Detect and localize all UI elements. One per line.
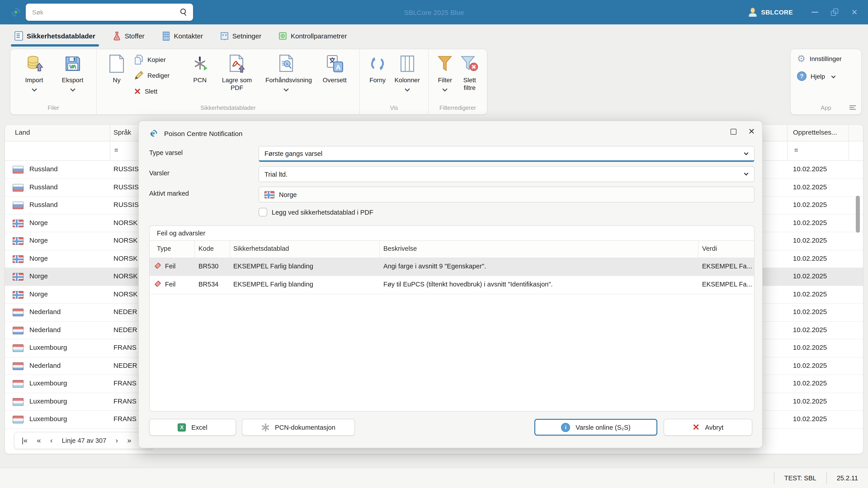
restore-button[interactable] [825, 0, 844, 24]
aktivt-marked-field[interactable]: Norge [258, 187, 754, 202]
tab-stoffer[interactable]: Stoffer [108, 24, 149, 47]
error-row[interactable]: Feil BR534 EKSEMPEL Farlig blanding Føy … [150, 276, 754, 294]
russia-flag-icon [13, 184, 24, 191]
ribbon-group-label: Filterredigerer [429, 104, 487, 111]
close-button[interactable]: ✕ [844, 0, 864, 24]
excel-button[interactable]: X Excel [149, 419, 236, 435]
help-icon: ? [797, 71, 807, 81]
pcn-dialog: Poison Centre Notification ✕ Type varsel… [138, 121, 763, 448]
slett-button[interactable]: ✕ Slett [134, 85, 182, 98]
varsler-dropdown[interactable]: Trial ltd. [258, 166, 754, 182]
minimize-button[interactable] [805, 0, 825, 24]
database-import-icon [25, 55, 43, 73]
excel-icon: X [178, 423, 186, 431]
column-header-land[interactable]: Land [15, 128, 30, 136]
norway-flag-icon [13, 219, 24, 227]
column-header-kode[interactable]: Kode [198, 245, 214, 252]
kolonner-button[interactable]: Kolonner [391, 52, 424, 91]
tab-label: Kontrollparametrer [291, 32, 347, 39]
field-label: Varsler [149, 169, 169, 177]
filter-operator-icon[interactable]: = [114, 146, 118, 154]
lagre-som-pdf-button[interactable]: Lagre som PDF [216, 52, 258, 92]
forny-button[interactable]: Forny [364, 52, 391, 84]
chevron-down-icon [405, 87, 410, 92]
russia-flag-icon [13, 166, 24, 173]
column-header-opprettelses[interactable]: Opprettelses... [793, 128, 837, 136]
main-tabbar: Sikkerhetsdatablader Stoffer Kontakter [0, 24, 868, 47]
checkbox-label: Legg ved sikkerhetsdatablad i PDF [272, 208, 373, 216]
vertical-scrollbar[interactable] [856, 196, 860, 233]
slett-filtre-button[interactable]: Slett filtre [457, 52, 483, 92]
preview-icon [278, 54, 294, 73]
pcn-star-icon [261, 423, 270, 431]
luxembourg-flag-icon [13, 398, 24, 405]
field-label: Aktivt marked [149, 190, 189, 197]
eksport-button[interactable]: Eksport [53, 52, 92, 91]
dialog-maximize-button[interactable] [731, 129, 737, 134]
translate-icon: A [326, 55, 344, 73]
column-header-verdi[interactable]: Verdi [702, 245, 717, 252]
pcn-button[interactable]: PCN [184, 52, 216, 84]
building-icon [162, 31, 170, 40]
ribbon-group-label: Sikkerhetsdatablader [97, 104, 360, 111]
sblcore-logo-icon [149, 128, 159, 138]
ribbon: Import [0, 47, 868, 118]
search-box [26, 4, 193, 21]
norway-flag-icon [13, 255, 24, 263]
rediger-button[interactable]: Rediger [134, 69, 182, 82]
ribbon-group-label: Filer [10, 104, 96, 111]
user-avatar-icon [748, 8, 757, 17]
pcn-dokumentasjon-button[interactable]: PCN-dokumentasjon [242, 419, 355, 435]
tab-label: Kontakter [174, 32, 203, 39]
first-page-button[interactable]: |« [22, 436, 28, 445]
avbryt-button[interactable]: ✕ Avbryt [664, 419, 752, 435]
account-button[interactable]: SBLCORE [761, 8, 793, 16]
pager: |« « ‹ Linje 47 av 307 › » »| [14, 432, 154, 449]
type-varsel-dropdown[interactable]: Første gangs varsel [258, 146, 754, 162]
column-header-type[interactable]: Type [157, 245, 171, 252]
titlebar: SBLCore 2025 Blue SBLCORE ✕ [0, 0, 868, 24]
panel-menu-icon[interactable] [849, 104, 856, 111]
search-icon[interactable] [180, 8, 188, 16]
oversett-button[interactable]: A Oversett [314, 52, 355, 84]
tab-sikkerhetsdatablader[interactable]: Sikkerhetsdatablader [10, 24, 100, 47]
kopier-button[interactable]: Kopier [134, 53, 182, 66]
chevron-down-icon [744, 171, 748, 175]
filter-operator-icon[interactable]: = [794, 146, 798, 154]
fast-next-button[interactable]: » [127, 436, 131, 445]
error-diamond-icon [154, 262, 161, 269]
tab-setninger[interactable]: Setninger [216, 24, 266, 47]
varsle-online-button[interactable]: i Varsle online (S₂S) [534, 419, 657, 435]
forhandsvisning-button[interactable]: Forhåndsvisning [258, 52, 314, 91]
pcn-star-icon [194, 58, 206, 70]
delete-x-icon: ✕ [134, 87, 141, 96]
netherlands-flag-icon [13, 326, 24, 334]
next-button[interactable]: › [116, 436, 118, 445]
innstillinger-button[interactable]: ⚙ Innstillinger [791, 49, 861, 63]
fast-prev-button[interactable]: « [37, 436, 41, 445]
refresh-icon [369, 55, 386, 72]
datasheet-icon [14, 31, 23, 40]
column-header-sds[interactable]: Sikkerhetsdatablad [233, 245, 289, 252]
dialog-close-button[interactable]: ✕ [748, 127, 755, 135]
cancel-x-icon: ✕ [692, 423, 700, 431]
hjelp-button[interactable]: ? Hjelp [791, 63, 861, 81]
search-input[interactable] [26, 8, 180, 16]
restore-icon [831, 8, 838, 16]
attach-sds-checkbox[interactable] [258, 208, 267, 217]
app-window: SBLCore 2025 Blue SBLCORE ✕ Sikkerhetsda… [0, 0, 868, 488]
ny-button[interactable]: Ny [101, 52, 132, 84]
luxembourg-flag-icon [13, 344, 24, 352]
error-diamond-icon [154, 281, 161, 287]
import-button[interactable]: Import [15, 52, 53, 91]
tab-kontakter[interactable]: Kontakter [157, 24, 207, 47]
column-header-beskrivelse[interactable]: Beskrivelse [383, 245, 417, 252]
svg-text:A: A [336, 64, 341, 71]
filter-button[interactable]: Filter [433, 52, 457, 91]
column-header-sprak[interactable]: Språk [114, 128, 131, 136]
prev-button[interactable]: ‹ [50, 436, 53, 445]
norway-flag-icon [13, 237, 24, 245]
error-row-selected[interactable]: Feil BR530 EKSEMPEL Farlig blanding Angi… [150, 258, 754, 276]
tab-kontrollparametrer[interactable]: Kontrollparametrer [274, 24, 351, 47]
errors-table-header: Type Kode Sikkerhetsdatablad Beskrivelse… [150, 241, 754, 258]
